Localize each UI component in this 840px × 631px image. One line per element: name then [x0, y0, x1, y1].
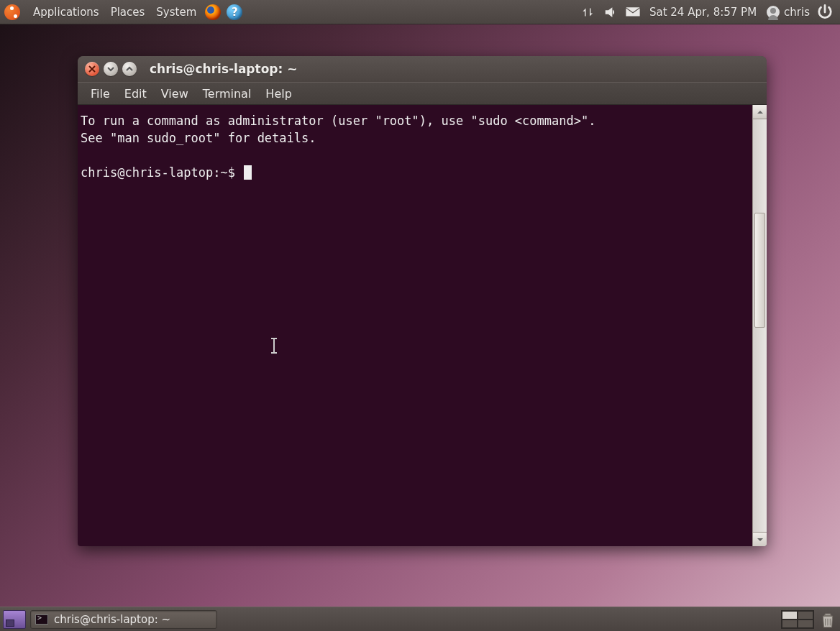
places-menu[interactable]: Places [105, 6, 151, 19]
ubuntu-logo-icon[interactable] [4, 4, 20, 20]
show-desktop-button[interactable] [3, 610, 26, 629]
titlebar[interactable]: chris@chris-laptop: ~ [78, 56, 767, 82]
terminal-menu[interactable]: Terminal [196, 85, 259, 103]
workspace-4[interactable] [798, 620, 813, 628]
window-title: chris@chris-laptop: ~ [150, 62, 297, 76]
terminal-icon [35, 614, 48, 625]
user-icon[interactable] [767, 6, 780, 19]
workspace-2[interactable] [798, 611, 813, 620]
text-cursor-icon [273, 338, 275, 354]
motd-line-1: To run a command as administrator (user … [81, 114, 595, 128]
applications-menu[interactable]: Applications [27, 6, 105, 19]
terminal-text[interactable]: To run a command as administrator (user … [78, 105, 752, 546]
scroll-track[interactable] [753, 119, 767, 532]
scroll-thumb[interactable] [754, 213, 765, 328]
minimize-button[interactable] [104, 62, 118, 76]
workspace-3[interactable] [782, 620, 798, 628]
file-menu[interactable]: File [83, 85, 117, 103]
power-icon[interactable] [817, 4, 833, 20]
firefox-icon[interactable] [205, 4, 221, 20]
trash-icon[interactable] [818, 610, 837, 629]
user-name[interactable]: chris [784, 6, 810, 19]
taskbar-item-terminal[interactable]: chris@chris-laptop: ~ [30, 610, 217, 629]
volume-icon[interactable] [603, 4, 619, 20]
scroll-down-button[interactable] [753, 532, 767, 546]
workspace-1[interactable] [782, 611, 798, 620]
mail-icon[interactable] [625, 4, 641, 20]
view-menu[interactable]: View [154, 85, 196, 103]
top-panel: Applications Places System ? Sat 24 Apr,… [0, 0, 840, 24]
terminal-window: chris@chris-laptop: ~ File Edit View Ter… [78, 56, 767, 546]
scroll-up-button[interactable] [753, 105, 767, 119]
edit-menu[interactable]: Edit [117, 85, 154, 103]
help-menu[interactable]: Help [258, 85, 298, 103]
terminal-body: To run a command as administrator (user … [78, 105, 767, 546]
task-title: chris@chris-laptop: ~ [54, 613, 170, 626]
maximize-button[interactable] [122, 62, 137, 76]
network-icon[interactable] [582, 4, 598, 20]
bottom-panel: chris@chris-laptop: ~ [0, 607, 840, 631]
menubar: File Edit View Terminal Help [78, 82, 767, 105]
motd-line-2: See "man sudo_root" for details. [81, 131, 316, 145]
close-button[interactable] [85, 62, 99, 76]
system-menu[interactable]: System [150, 6, 202, 19]
scrollbar[interactable] [752, 105, 767, 546]
help-icon[interactable]: ? [227, 4, 242, 20]
clock[interactable]: Sat 24 Apr, 8:57 PM [649, 6, 757, 19]
cursor-icon [244, 165, 252, 180]
workspace-switcher[interactable] [781, 610, 814, 629]
prompt: chris@chris-laptop:~$ [81, 165, 242, 180]
